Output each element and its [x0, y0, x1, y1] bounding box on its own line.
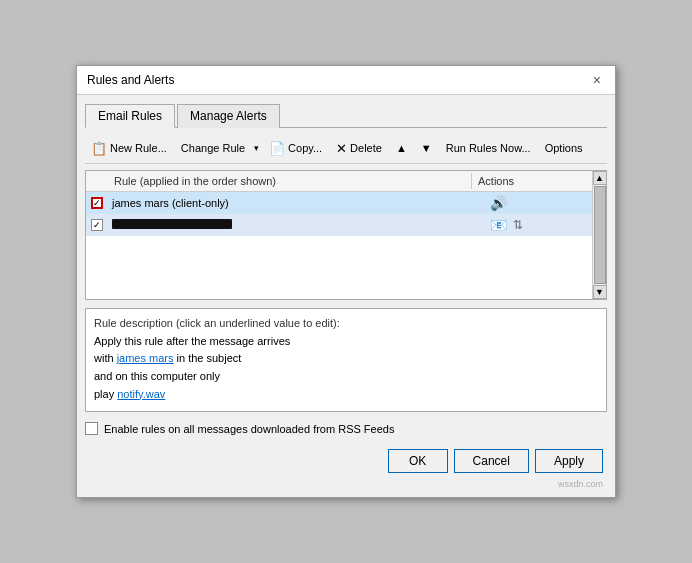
ok-button[interactable]: OK	[388, 449, 448, 473]
notify-wav-link[interactable]: notify.wav	[117, 388, 165, 400]
rules-and-alerts-dialog: Rules and Alerts × Email Rules Manage Al…	[76, 65, 616, 498]
col-actions-header: Actions	[472, 173, 592, 189]
run-rules-button[interactable]: Run Rules Now...	[440, 139, 537, 157]
apply-button[interactable]: Apply	[535, 449, 603, 473]
envelope-icon: 📧	[490, 217, 507, 233]
watermark: wsxdn.com	[85, 477, 607, 489]
toolbar: 📋 New Rule... Change Rule ▾ 📄 Copy... ✕ …	[85, 134, 607, 164]
description-label: Rule description (click an underlined va…	[94, 317, 598, 329]
col-rule-header: Rule (applied in the order shown)	[108, 173, 472, 189]
tab-email-rules[interactable]: Email Rules	[85, 104, 175, 128]
scrollbar-down-button[interactable]: ▼	[593, 285, 607, 299]
change-rule-dropdown: Change Rule ▾	[175, 139, 261, 157]
copy-button[interactable]: 📄 Copy...	[263, 138, 328, 159]
delete-button[interactable]: ✕ Delete	[330, 138, 388, 159]
move-up-button[interactable]: ▲	[390, 139, 413, 157]
table-row[interactable]: ✓ james mars (client-only) 🔊	[86, 192, 606, 214]
redacted-content	[112, 219, 232, 229]
rules-table: Rule (applied in the order shown) Action…	[85, 170, 607, 300]
rule-description-box: Rule description (click an underlined va…	[85, 308, 607, 412]
button-row: OK Cancel Apply	[85, 443, 607, 477]
close-button[interactable]: ×	[589, 72, 605, 88]
new-rule-button[interactable]: 📋 New Rule...	[85, 138, 173, 159]
rss-checkbox[interactable]	[85, 422, 98, 435]
row-1-checkbox[interactable]: ✓	[91, 197, 103, 209]
scrollbar-up-button[interactable]: ▲	[593, 171, 607, 185]
rss-label: Enable rules on all messages downloaded …	[104, 423, 394, 435]
row-1-actions: 🔊	[486, 193, 606, 213]
tab-bar: Email Rules Manage Alerts	[85, 103, 607, 128]
change-rule-dropdown-arrow[interactable]: ▾	[252, 140, 261, 156]
delete-icon: ✕	[336, 141, 347, 156]
title-bar: Rules and Alerts ×	[77, 66, 615, 95]
move-down-button[interactable]: ▼	[415, 139, 438, 157]
new-rule-icon: 📋	[91, 141, 107, 156]
row-checkbox-cell: ✓	[86, 219, 108, 231]
row-checkbox-cell: ✓	[86, 197, 108, 209]
sort-icon: ⇅	[513, 218, 523, 232]
copy-icon: 📄	[269, 141, 285, 156]
james-mars-link[interactable]: james mars	[117, 352, 174, 364]
description-content: Apply this rule after the message arrive…	[94, 333, 598, 403]
cancel-button[interactable]: Cancel	[454, 449, 529, 473]
table-scrollbar[interactable]: ▲ ▼	[592, 171, 606, 299]
options-button[interactable]: Options	[539, 139, 589, 157]
row-2-actions: 📧 ⇅	[486, 215, 606, 235]
dialog-title: Rules and Alerts	[87, 73, 174, 87]
rss-row: Enable rules on all messages downloaded …	[85, 422, 607, 435]
dialog-body: Email Rules Manage Alerts 📋 New Rule... …	[77, 95, 615, 497]
tab-manage-alerts[interactable]: Manage Alerts	[177, 104, 280, 128]
table-header: Rule (applied in the order shown) Action…	[86, 171, 606, 192]
scrollbar-thumb[interactable]	[594, 186, 606, 284]
sound-icon: 🔊	[490, 195, 507, 211]
row-1-name: james mars (client-only)	[108, 195, 486, 211]
row-2-name	[108, 217, 486, 233]
change-rule-button[interactable]: Change Rule	[175, 139, 251, 157]
row-2-checkbox[interactable]: ✓	[91, 219, 103, 231]
table-row[interactable]: ✓ 📧 ⇅	[86, 214, 606, 236]
